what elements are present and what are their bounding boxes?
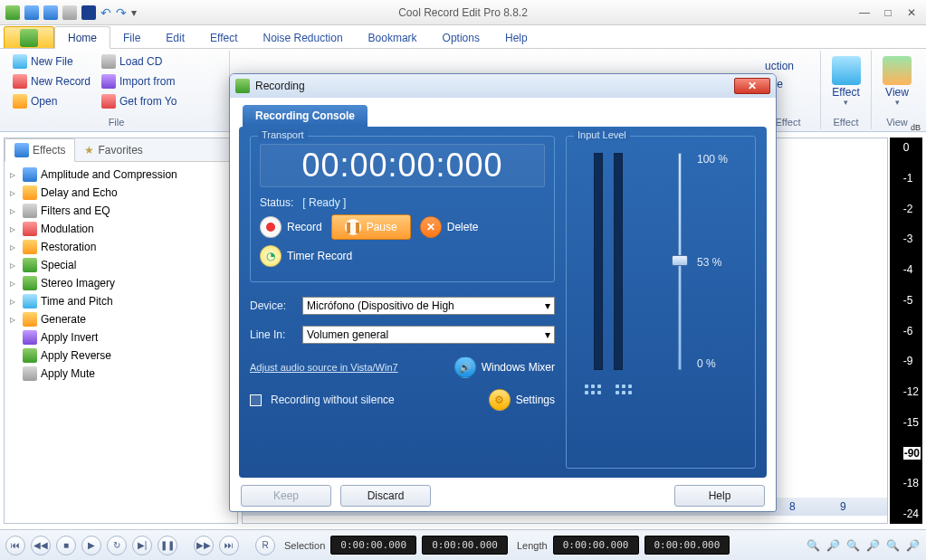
zoom-in-icon[interactable]: 🔍 xyxy=(805,537,821,554)
dialog-close-button[interactable]: ✕ xyxy=(734,78,770,94)
tree-apply-reverse[interactable]: Apply Reverse xyxy=(6,346,235,365)
close-button[interactable]: ✕ xyxy=(901,5,922,20)
console-caption: Recording Console xyxy=(243,105,368,127)
pause-icon: ❚❚ xyxy=(345,219,361,235)
linein-select[interactable]: Volumen general▾ xyxy=(302,326,555,344)
open-button[interactable]: Open xyxy=(9,92,94,110)
skip-start-button[interactable]: ⏮ xyxy=(5,536,25,555)
tree-restoration[interactable]: ▹Restoration xyxy=(6,238,235,256)
effects-sidebar: Effects ★Favorites ▹Amplitude and Compre… xyxy=(4,138,238,524)
tree-apply-mute[interactable]: Apply Mute xyxy=(6,365,235,383)
dialog-icon xyxy=(235,79,250,93)
tab-noise-reduction[interactable]: Noise Reduction xyxy=(251,27,356,48)
meter-dots xyxy=(576,379,746,394)
qat-save-icon[interactable] xyxy=(62,5,77,20)
record-action[interactable]: Record xyxy=(260,216,322,238)
zoom-v-out-icon[interactable]: 🔎 xyxy=(904,537,921,554)
tab-edit[interactable]: Edit xyxy=(153,27,197,48)
timer-record-action[interactable]: Timer Record xyxy=(260,245,352,267)
tree-filters[interactable]: ▹Filters and EQ xyxy=(6,202,235,220)
slider-53: 53 % xyxy=(697,256,728,269)
tab-bookmark[interactable]: Bookmark xyxy=(356,27,430,48)
transport-bar: ⏮ ◀◀ ■ ▶ ↻ ▶| ❚❚ ▶▶ ⏭ R Selection 0:00:0… xyxy=(0,529,926,560)
pause-action[interactable]: ❚❚Pause xyxy=(331,214,411,240)
zoom-out-icon[interactable]: 🔎 xyxy=(825,537,841,554)
new-file-icon xyxy=(13,54,27,69)
sidebar-tab-favorites[interactable]: ★Favorites xyxy=(75,138,151,161)
tree-modulation[interactable]: ▹Modulation xyxy=(6,220,235,238)
ffwd-button[interactable]: ▶▶ xyxy=(194,536,214,555)
dialog-title: Recording xyxy=(255,80,305,92)
tree-delay[interactable]: ▹Delay and Echo xyxy=(6,184,235,202)
tree-apply-invert[interactable]: Apply Invert xyxy=(6,328,235,346)
settings-action[interactable]: Settings xyxy=(489,389,555,411)
undo-icon[interactable]: ↶ xyxy=(100,5,111,20)
redo-icon[interactable]: ↷ xyxy=(116,5,127,20)
import-from-button[interactable]: Import from xyxy=(98,72,180,90)
youtube-icon xyxy=(101,94,116,109)
new-record-button[interactable]: New Record xyxy=(9,72,94,90)
tab-file[interactable]: File xyxy=(110,27,153,48)
help-button[interactable]: Help xyxy=(674,485,765,507)
loop-button[interactable]: ↻ xyxy=(107,536,127,555)
dialog-titlebar[interactable]: Recording ✕ xyxy=(230,74,776,98)
play-sel-button[interactable]: ▶| xyxy=(132,536,152,555)
zoom-fit-icon[interactable]: 🔎 xyxy=(864,537,881,554)
level-meter-right xyxy=(614,153,623,370)
invert-icon xyxy=(23,330,37,345)
play-button[interactable]: ▶ xyxy=(81,536,101,555)
import-icon xyxy=(101,74,116,89)
app-orb-button[interactable] xyxy=(4,26,54,48)
windows-mixer-action[interactable]: Windows Mixer xyxy=(454,356,555,378)
qat-dropdown-icon[interactable]: ▾ xyxy=(131,6,137,19)
record-button[interactable]: R xyxy=(255,536,275,555)
tab-options[interactable]: Options xyxy=(430,27,492,48)
get-from-button[interactable]: Get from Yo xyxy=(98,92,180,110)
tree-generate[interactable]: ▹Generate xyxy=(6,310,235,328)
skip-end-button[interactable]: ⏭ xyxy=(219,536,239,555)
cd-icon xyxy=(101,54,116,69)
tree-special[interactable]: ▹Special xyxy=(6,256,235,274)
view-big-button[interactable]: View▾ xyxy=(877,52,917,115)
tab-effect[interactable]: Effect xyxy=(197,27,250,48)
tree-amplitude[interactable]: ▹Amplitude and Compression xyxy=(6,166,235,184)
stop-button[interactable]: ■ xyxy=(56,536,76,555)
tree-stereo[interactable]: ▹Stereo Imagery xyxy=(6,274,235,292)
effect-big-button[interactable]: Effect▾ xyxy=(826,52,865,115)
mixer-icon xyxy=(454,356,476,378)
delete-icon xyxy=(420,216,442,238)
qat-open-icon[interactable] xyxy=(24,5,39,20)
quick-access-toolbar: ↶ ↷ ▾ xyxy=(0,5,142,20)
qat-open2-icon[interactable] xyxy=(43,5,58,20)
slider-thumb[interactable] xyxy=(672,255,688,266)
minimize-button[interactable]: — xyxy=(854,5,875,20)
silence-checkbox[interactable] xyxy=(250,394,262,406)
qat-icon-1[interactable] xyxy=(5,5,20,20)
load-cd-button[interactable]: Load CD xyxy=(98,52,180,71)
device-select[interactable]: Micrófono (Dispositivo de High▾ xyxy=(302,297,555,315)
zoom-v-in-icon[interactable]: 🔍 xyxy=(884,537,901,554)
special-icon xyxy=(23,258,37,272)
ribbon-uction[interactable]: uction xyxy=(761,58,797,74)
qat-floppy-icon[interactable] xyxy=(81,5,96,20)
zoom-sel-icon[interactable]: 🔍 xyxy=(845,537,861,554)
length-from: 0:00:00.000 xyxy=(553,536,639,555)
status-label: Status: xyxy=(260,196,293,209)
discard-button[interactable]: Discard xyxy=(340,485,431,507)
tab-help[interactable]: Help xyxy=(492,27,540,48)
tab-home[interactable]: Home xyxy=(54,26,110,49)
delete-action[interactable]: Delete xyxy=(420,216,479,238)
effects-tab-icon xyxy=(14,143,29,157)
keep-button[interactable]: Keep xyxy=(241,485,331,507)
pause-button[interactable]: ❚❚ xyxy=(158,536,177,555)
level-slider[interactable] xyxy=(672,153,686,370)
recording-dialog: Recording ✕ Recording Console Transport … xyxy=(229,73,777,512)
reverse-icon xyxy=(23,348,37,363)
adjust-source-link[interactable]: Adjust audio source in Vista/Win7 xyxy=(250,362,398,373)
sidebar-tab-effects[interactable]: Effects xyxy=(5,138,75,162)
new-file-button[interactable]: New File xyxy=(9,52,94,71)
tree-time-pitch[interactable]: ▹Time and Pitch xyxy=(6,292,235,310)
rewind-button[interactable]: ◀◀ xyxy=(31,536,51,555)
maximize-button[interactable]: □ xyxy=(877,5,899,20)
filters-icon xyxy=(23,204,37,218)
